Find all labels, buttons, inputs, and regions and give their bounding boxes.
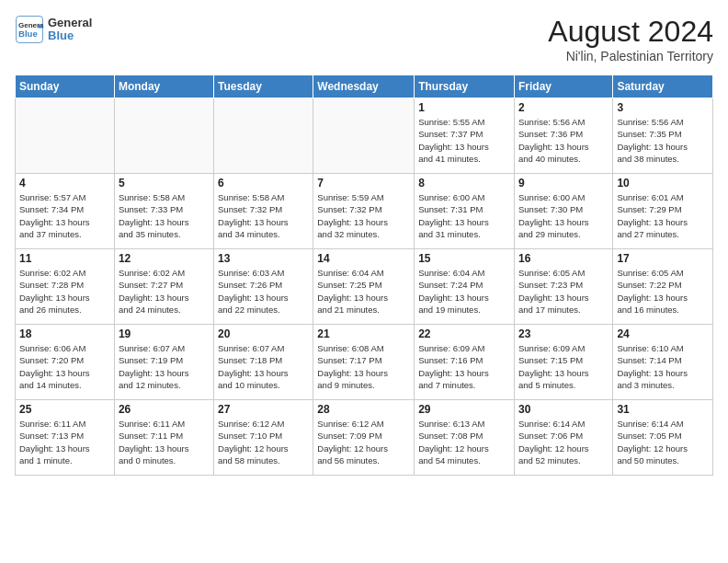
calendar-cell: 18Sunrise: 6:06 AMSunset: 7:20 PMDayligh… (16, 325, 115, 400)
day-info: Sunrise: 6:04 AMSunset: 7:25 PMDaylight:… (317, 267, 410, 316)
calendar-cell: 12Sunrise: 6:02 AMSunset: 7:27 PMDayligh… (114, 249, 213, 325)
calendar-cell: 1Sunrise: 5:55 AMSunset: 7:37 PMDaylight… (415, 98, 515, 174)
day-number: 20 (218, 327, 309, 340)
calendar-cell: 5Sunrise: 5:58 AMSunset: 7:33 PMDaylight… (114, 174, 213, 249)
week-row-5: 25Sunrise: 6:11 AMSunset: 7:13 PMDayligh… (16, 400, 713, 476)
day-number: 17 (617, 252, 709, 265)
day-number: 16 (518, 252, 609, 265)
day-number: 29 (418, 403, 510, 416)
day-number: 23 (518, 327, 609, 340)
calendar-cell: 6Sunrise: 5:58 AMSunset: 7:32 PMDaylight… (214, 174, 313, 249)
day-number: 24 (617, 327, 709, 340)
weekday-header-monday: Monday (114, 75, 213, 98)
svg-rect-4 (39, 26, 43, 28)
page-header: General Blue General Blue August 2024 Ni… (15, 15, 713, 63)
day-number: 14 (317, 252, 410, 265)
calendar-cell: 19Sunrise: 6:07 AMSunset: 7:19 PMDayligh… (114, 325, 213, 400)
calendar-cell: 15Sunrise: 6:04 AMSunset: 7:24 PMDayligh… (415, 249, 515, 325)
calendar-cell: 31Sunrise: 6:14 AMSunset: 7:05 PMDayligh… (613, 400, 713, 476)
calendar-cell: 11Sunrise: 6:02 AMSunset: 7:28 PMDayligh… (16, 249, 115, 325)
day-info: Sunrise: 6:09 AMSunset: 7:16 PMDaylight:… (418, 342, 510, 391)
day-number: 4 (19, 177, 110, 190)
day-info: Sunrise: 6:12 AMSunset: 7:10 PMDaylight:… (218, 418, 309, 466)
calendar-cell: 16Sunrise: 6:05 AMSunset: 7:23 PMDayligh… (514, 249, 612, 325)
day-number: 22 (418, 327, 510, 340)
weekday-header-sunday: Sunday (16, 75, 115, 98)
day-info: Sunrise: 6:00 AMSunset: 7:31 PMDaylight:… (418, 191, 510, 240)
day-info: Sunrise: 6:07 AMSunset: 7:18 PMDaylight:… (218, 342, 309, 391)
calendar-cell: 7Sunrise: 5:59 AMSunset: 7:32 PMDaylight… (313, 174, 415, 249)
day-number: 28 (317, 403, 410, 416)
weekday-header-saturday: Saturday (613, 75, 713, 98)
day-info: Sunrise: 5:58 AMSunset: 7:33 PMDaylight:… (119, 191, 210, 240)
day-number: 7 (317, 177, 410, 190)
day-info: Sunrise: 6:00 AMSunset: 7:30 PMDaylight:… (518, 191, 609, 240)
calendar-cell: 3Sunrise: 5:56 AMSunset: 7:35 PMDaylight… (613, 98, 713, 174)
day-info: Sunrise: 6:11 AMSunset: 7:13 PMDaylight:… (19, 418, 110, 466)
day-number: 25 (19, 403, 110, 416)
day-number: 26 (119, 403, 210, 416)
day-number: 11 (19, 252, 110, 265)
calendar-cell: 22Sunrise: 6:09 AMSunset: 7:16 PMDayligh… (415, 325, 515, 400)
location: Ni'lin, Palestinian Territory (548, 49, 713, 63)
logo: General Blue General Blue (15, 15, 92, 44)
weekday-header-thursday: Thursday (415, 75, 515, 98)
day-number: 2 (518, 101, 609, 114)
calendar-table: SundayMondayTuesdayWednesdayThursdayFrid… (15, 75, 713, 476)
day-info: Sunrise: 6:12 AMSunset: 7:09 PMDaylight:… (317, 418, 410, 466)
calendar-cell: 13Sunrise: 6:03 AMSunset: 7:26 PMDayligh… (214, 249, 313, 325)
day-number: 13 (218, 252, 309, 265)
day-number: 30 (518, 403, 609, 416)
svg-text:Blue: Blue (18, 29, 38, 39)
calendar-cell (16, 98, 115, 174)
day-info: Sunrise: 6:06 AMSunset: 7:20 PMDaylight:… (19, 342, 110, 391)
week-row-1: 1Sunrise: 5:55 AMSunset: 7:37 PMDaylight… (16, 98, 713, 174)
day-number: 12 (119, 252, 210, 265)
calendar-cell: 2Sunrise: 5:56 AMSunset: 7:36 PMDaylight… (514, 98, 612, 174)
calendar-cell: 29Sunrise: 6:13 AMSunset: 7:08 PMDayligh… (415, 400, 515, 476)
day-number: 19 (119, 327, 210, 340)
day-info: Sunrise: 6:08 AMSunset: 7:17 PMDaylight:… (317, 342, 410, 391)
calendar-cell: 10Sunrise: 6:01 AMSunset: 7:29 PMDayligh… (613, 174, 713, 249)
logo-text-blue: Blue (48, 29, 92, 42)
week-row-3: 11Sunrise: 6:02 AMSunset: 7:28 PMDayligh… (16, 249, 713, 325)
calendar-cell: 30Sunrise: 6:14 AMSunset: 7:06 PMDayligh… (514, 400, 612, 476)
day-number: 3 (617, 101, 709, 114)
day-info: Sunrise: 6:05 AMSunset: 7:23 PMDaylight:… (518, 267, 609, 316)
day-number: 27 (218, 403, 309, 416)
day-info: Sunrise: 5:58 AMSunset: 7:32 PMDaylight:… (218, 191, 309, 240)
calendar-cell: 9Sunrise: 6:00 AMSunset: 7:30 PMDaylight… (514, 174, 612, 249)
calendar-cell (313, 98, 415, 174)
day-number: 15 (418, 252, 510, 265)
day-info: Sunrise: 6:10 AMSunset: 7:14 PMDaylight:… (617, 342, 709, 391)
calendar-cell (214, 98, 313, 174)
day-info: Sunrise: 6:02 AMSunset: 7:27 PMDaylight:… (119, 267, 210, 316)
calendar-cell: 21Sunrise: 6:08 AMSunset: 7:17 PMDayligh… (313, 325, 415, 400)
day-info: Sunrise: 5:56 AMSunset: 7:35 PMDaylight:… (617, 116, 709, 165)
logo-icon: General Blue (15, 15, 44, 44)
calendar-cell: 23Sunrise: 6:09 AMSunset: 7:15 PMDayligh… (514, 325, 612, 400)
day-number: 1 (418, 101, 510, 114)
day-number: 6 (218, 177, 309, 190)
day-info: Sunrise: 5:57 AMSunset: 7:34 PMDaylight:… (19, 191, 110, 240)
calendar-cell: 25Sunrise: 6:11 AMSunset: 7:13 PMDayligh… (16, 400, 115, 476)
day-info: Sunrise: 6:14 AMSunset: 7:06 PMDaylight:… (518, 418, 609, 466)
month-year: August 2024 (548, 15, 713, 49)
day-number: 18 (19, 327, 110, 340)
calendar-cell: 27Sunrise: 6:12 AMSunset: 7:10 PMDayligh… (214, 400, 313, 476)
day-number: 9 (518, 177, 609, 190)
day-info: Sunrise: 6:09 AMSunset: 7:15 PMDaylight:… (518, 342, 609, 391)
day-info: Sunrise: 6:05 AMSunset: 7:22 PMDaylight:… (617, 267, 709, 316)
day-number: 5 (119, 177, 210, 190)
weekday-header-row: SundayMondayTuesdayWednesdayThursdayFrid… (16, 75, 713, 98)
day-info: Sunrise: 6:02 AMSunset: 7:28 PMDaylight:… (19, 267, 110, 316)
day-number: 10 (617, 177, 709, 190)
calendar-cell: 28Sunrise: 6:12 AMSunset: 7:09 PMDayligh… (313, 400, 415, 476)
weekday-header-tuesday: Tuesday (214, 75, 313, 98)
calendar-cell: 26Sunrise: 6:11 AMSunset: 7:11 PMDayligh… (114, 400, 213, 476)
calendar-cell: 24Sunrise: 6:10 AMSunset: 7:14 PMDayligh… (613, 325, 713, 400)
day-info: Sunrise: 5:59 AMSunset: 7:32 PMDaylight:… (317, 191, 410, 240)
day-info: Sunrise: 5:55 AMSunset: 7:37 PMDaylight:… (418, 116, 510, 165)
calendar-cell: 17Sunrise: 6:05 AMSunset: 7:22 PMDayligh… (613, 249, 713, 325)
day-info: Sunrise: 6:14 AMSunset: 7:05 PMDaylight:… (617, 418, 709, 466)
